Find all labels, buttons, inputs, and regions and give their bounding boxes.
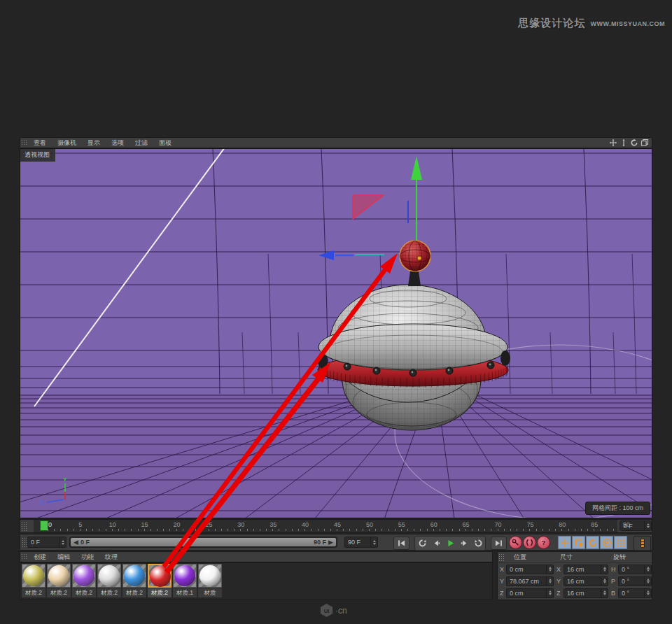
playback-button-group xyxy=(414,536,486,551)
coordinate-axis-label: X xyxy=(500,566,506,573)
material-sphere-icon xyxy=(148,564,172,588)
timeline-range-slider[interactable]: ◀0 F 90 F▶ xyxy=(69,537,337,548)
viewport-menu-item[interactable]: 过滤 xyxy=(130,139,153,148)
spinner-arrows-icon[interactable] xyxy=(370,537,377,547)
range-left-arrow-icon[interactable]: ◀ xyxy=(74,539,78,546)
material-swatch[interactable]: 材质.1 xyxy=(173,564,197,597)
spinner-arrows-icon[interactable] xyxy=(644,521,651,530)
white-mesh-line xyxy=(34,149,225,406)
record-keyframe-button[interactable] xyxy=(509,536,522,549)
coordinates-header: 位置 xyxy=(514,553,560,562)
material-swatch[interactable]: 材质.2 xyxy=(72,564,96,597)
coordinate-value-field[interactable]: 16 cm xyxy=(564,565,608,574)
spinner-arrows-icon[interactable] xyxy=(644,589,651,597)
spinner-arrows-icon[interactable] xyxy=(546,565,553,574)
coordinates-row: Y78.067 cmY16 cmP0 ° xyxy=(498,575,652,587)
material-menu-item[interactable]: 纹理 xyxy=(99,553,123,562)
window-viewport-icon[interactable] xyxy=(640,139,649,147)
material-sphere xyxy=(23,565,44,586)
panel-grip-icon[interactable] xyxy=(498,553,504,561)
timeline-tick-label: 35 xyxy=(270,521,276,528)
material-swatch[interactable]: 材质 xyxy=(198,564,222,597)
gizmo-plane-handle[interactable] xyxy=(353,195,384,219)
band-end-cap xyxy=(500,350,510,366)
spinner-arrows-icon[interactable] xyxy=(59,537,66,547)
viewport-menu-item[interactable]: 选项 xyxy=(106,139,130,148)
material-swatch[interactable]: 材质.2 xyxy=(47,564,71,597)
coordinate-value-field[interactable]: 0 cm xyxy=(506,588,554,598)
key-pla-button[interactable] xyxy=(614,536,627,549)
material-menu-item[interactable]: 创建 xyxy=(28,553,52,562)
panel-grip-icon[interactable] xyxy=(21,139,27,146)
spinner-arrows-icon[interactable] xyxy=(601,589,608,597)
material-menu-item[interactable]: 编辑 xyxy=(52,553,76,562)
goto-start-button[interactable] xyxy=(393,537,410,550)
viewport-scene[interactable]: Y Z xyxy=(20,149,652,518)
coordinate-axis-label: H xyxy=(611,566,618,573)
material-swatch[interactable]: 材质.2 xyxy=(148,564,172,597)
spinner-arrows-icon[interactable] xyxy=(601,565,608,574)
keying-help-button[interactable]: ? xyxy=(537,536,550,549)
key-scale-button[interactable] xyxy=(572,536,585,549)
coordinate-value-field[interactable]: 0 ° xyxy=(618,576,652,586)
key-parameter-button[interactable]: P xyxy=(600,536,613,549)
viewport-menu-item[interactable]: 查看 xyxy=(28,139,52,148)
range-right-arrow-icon[interactable]: ▶ xyxy=(328,539,333,546)
coordinate-value-field[interactable]: 16 cm xyxy=(564,588,608,598)
play-button[interactable] xyxy=(443,537,457,550)
pan-viewport-icon[interactable] xyxy=(609,139,617,147)
viewport-menu-item[interactable]: 显示 xyxy=(82,139,106,148)
panel-grip-icon[interactable] xyxy=(22,537,27,547)
coordinate-value-field[interactable]: 16 cm xyxy=(564,576,608,586)
viewport-menubar: 查看摄像机显示选项过滤面板 xyxy=(20,137,652,148)
coordinate-value-field[interactable]: 78.067 cm xyxy=(506,576,554,586)
spinner-arrows-icon[interactable] xyxy=(601,577,608,586)
gizmo-y-arrowhead[interactable] xyxy=(411,156,422,180)
goto-end-button[interactable] xyxy=(491,537,507,550)
watermark: 思缘设计论坛 WWW.MISSYUAN.COM xyxy=(519,17,666,30)
zoom-viewport-icon[interactable] xyxy=(620,139,628,147)
transport-bar: 0 F ◀0 F 90 F▶ 90 F ? P xyxy=(20,534,652,551)
material-swatch[interactable]: 材质.2 xyxy=(122,564,146,597)
play-backward-button[interactable] xyxy=(415,537,429,550)
current-frame-marker[interactable] xyxy=(40,520,48,531)
coordinate-value-field[interactable]: 0 ° xyxy=(618,565,652,574)
timeline-tick-label: 70 xyxy=(494,521,501,528)
end-frame-field[interactable]: 90 F xyxy=(344,537,378,548)
viewport-menu-item[interactable]: 摄像机 xyxy=(52,139,82,148)
previous-frame-button[interactable] xyxy=(429,537,443,550)
motion-clip-button[interactable] xyxy=(634,536,651,551)
material-sphere-icon xyxy=(97,564,121,588)
range-start-label: 0 F xyxy=(80,539,90,546)
timeline-ruler[interactable]: 051015202530354045505560657075808590 xyxy=(34,520,618,532)
material-sphere xyxy=(99,565,120,586)
band-end-cap xyxy=(318,353,328,369)
play-loop-button[interactable] xyxy=(471,537,485,550)
panel-grip-icon[interactable] xyxy=(21,553,27,560)
timeline-tick-label: 25 xyxy=(205,521,212,528)
material-swatch[interactable]: 材质.2 xyxy=(22,564,46,597)
panel-grip-icon[interactable] xyxy=(21,521,27,531)
key-position-button[interactable] xyxy=(558,536,571,549)
viewport-menu-item[interactable]: 面板 xyxy=(153,139,177,148)
current-frame-field[interactable]: 0 F xyxy=(27,537,66,548)
material-label: 材质.2 xyxy=(122,588,146,597)
view-label[interactable]: 透视视图 xyxy=(20,149,55,162)
svg-text:?: ? xyxy=(542,539,546,546)
next-frame-button[interactable] xyxy=(457,537,471,550)
spinner-arrows-icon[interactable] xyxy=(546,577,553,586)
coordinate-value-field[interactable]: 0 cm xyxy=(506,565,554,574)
spinner-arrows-icon[interactable] xyxy=(546,589,553,597)
rotate-viewport-icon[interactable] xyxy=(630,139,638,147)
material-swatch[interactable]: 材质.2 xyxy=(97,564,121,597)
coordinate-value: 0 cm xyxy=(507,590,546,597)
key-rotation-button[interactable] xyxy=(586,536,599,549)
spinner-arrows-icon[interactable] xyxy=(644,577,651,586)
viewport[interactable]: Y Z 透视视图 网格间距 : 100 cm xyxy=(20,148,652,518)
material-sphere xyxy=(74,565,94,586)
autokey-button[interactable] xyxy=(523,536,536,549)
material-menu-item[interactable]: 功能 xyxy=(76,553,99,562)
material-sphere xyxy=(48,565,69,586)
spinner-arrows-icon[interactable] xyxy=(644,565,651,574)
coordinate-value-field[interactable]: 0 ° xyxy=(618,588,652,598)
